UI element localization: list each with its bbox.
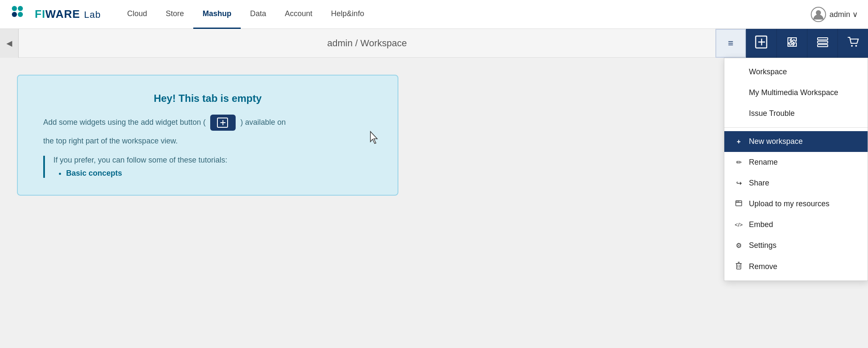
- user-label: admin ∨: [829, 10, 858, 19]
- tutorial-item-basic-concepts[interactable]: Basic concepts: [66, 169, 372, 178]
- share-icon: ↪: [734, 179, 743, 187]
- tutorial-list: Basic concepts: [53, 169, 372, 178]
- user-avatar-icon: [811, 7, 826, 22]
- dropdown-workspace-label: Workspace: [749, 67, 787, 76]
- dropdown-rename-label: Rename: [749, 158, 778, 167]
- rename-icon: ✏: [734, 158, 743, 166]
- nav-links: Cloud Store Mashup Data Account Help&inf…: [118, 0, 811, 29]
- nav-cloud[interactable]: Cloud: [118, 0, 156, 29]
- dropdown-item-upload[interactable]: Upload to my resources: [724, 194, 868, 214]
- workspace-title: admin / Workspace: [19, 38, 715, 49]
- dropdown-actions-section: + New workspace ✏ Rename ↪ Share: [724, 128, 868, 281]
- layers-icon: [816, 36, 829, 51]
- desc-text-1: Add some widgets using the add widget bu…: [43, 118, 206, 126]
- svg-rect-8: [818, 38, 828, 40]
- sidebar-toggle-button[interactable]: ◀: [0, 29, 19, 58]
- logo[interactable]: FIWARE Lab: [10, 4, 101, 25]
- dropdown-item-remove[interactable]: Remove: [724, 256, 868, 277]
- dropdown-item-new-workspace[interactable]: + New workspace: [724, 131, 868, 152]
- workspace-actions: ≡: [715, 29, 868, 58]
- layers-button[interactable]: [807, 29, 837, 58]
- user-button[interactable]: admin ∨: [811, 7, 858, 22]
- add-widget-icon: [755, 35, 768, 51]
- dropdown-item-issue[interactable]: Issue Trouble: [724, 103, 868, 124]
- empty-tab-box: Hey! This tab is empty Add some widgets …: [17, 75, 398, 196]
- dropdown-item-share[interactable]: ↪ Share: [724, 173, 868, 194]
- nav-store[interactable]: Store: [156, 0, 193, 29]
- dropdown-multimedia-label: My Multimedia Workspace: [749, 88, 838, 97]
- dropdown-item-multimedia[interactable]: My Multimedia Workspace: [724, 82, 868, 103]
- dropdown-item-workspace[interactable]: Workspace: [724, 62, 868, 82]
- empty-tab-description-3: the top right part of the workspace view…: [43, 135, 372, 147]
- add-widget-button[interactable]: [746, 29, 776, 58]
- svg-point-2: [12, 12, 17, 17]
- svg-rect-20: [737, 264, 741, 269]
- remove-icon: [734, 262, 743, 271]
- dropdown-workspace-section: Workspace My Multimedia Workspace Issue …: [724, 58, 868, 128]
- add-widget-inline-icon: [210, 115, 236, 131]
- empty-tab-description: Add some widgets using the add widget bu…: [43, 115, 372, 131]
- dropdown-remove-label: Remove: [749, 262, 777, 271]
- menu-button[interactable]: ≡: [715, 29, 746, 58]
- dropdown-settings-label: Settings: [749, 241, 776, 250]
- logo-text: FIWARE Lab: [35, 8, 101, 21]
- tutorial-block: If you prefer, you can follow some of th…: [43, 156, 372, 178]
- svg-point-3: [18, 12, 23, 17]
- svg-point-0: [12, 6, 17, 11]
- cart-icon: [847, 36, 860, 51]
- workspace-bar: ◀ admin / Workspace ≡: [0, 29, 868, 58]
- svg-point-1: [18, 6, 23, 11]
- dropdown-item-embed[interactable]: </> Embed: [724, 214, 868, 235]
- fiware-logo-icon: [10, 4, 31, 25]
- dropdown-share-label: Share: [749, 179, 769, 188]
- dropdown-new-workspace-label: New workspace: [749, 137, 803, 146]
- dropdown-item-settings[interactable]: ⚙ Settings: [724, 235, 868, 256]
- upload-icon: [734, 200, 743, 208]
- main-content: Hey! This tab is empty Add some widgets …: [0, 58, 868, 348]
- nav-right: admin ∨: [811, 7, 858, 22]
- puzzle-button[interactable]: [776, 29, 807, 58]
- workspace-dropdown-menu: Workspace My Multimedia Workspace Issue …: [724, 58, 868, 281]
- top-nav: FIWARE Lab Cloud Store Mashup Data Accou…: [0, 0, 868, 29]
- svg-point-12: [855, 45, 857, 47]
- nav-helpinfo[interactable]: Help&info: [322, 0, 373, 29]
- dropdown-upload-label: Upload to my resources: [749, 199, 829, 208]
- dropdown-embed-label: Embed: [749, 220, 773, 229]
- nav-data[interactable]: Data: [241, 0, 275, 29]
- dropdown-item-rename[interactable]: ✏ Rename: [724, 152, 868, 173]
- menu-icon: ≡: [728, 38, 734, 49]
- new-workspace-icon: +: [734, 138, 743, 146]
- puzzle-icon: [786, 36, 798, 51]
- desc-text-2: ) available on: [240, 118, 286, 126]
- tutorial-intro: If you prefer, you can follow some of th…: [53, 156, 372, 165]
- empty-tab-title: Hey! This tab is empty: [43, 93, 372, 104]
- dropdown-issue-label: Issue Trouble: [749, 109, 795, 118]
- sidebar-toggle-icon: ◀: [6, 39, 12, 48]
- nav-account[interactable]: Account: [275, 0, 322, 29]
- svg-point-11: [851, 45, 853, 47]
- embed-icon: </>: [734, 222, 743, 228]
- svg-rect-10: [818, 45, 828, 47]
- svg-rect-9: [818, 41, 828, 43]
- nav-mashup[interactable]: Mashup: [193, 0, 241, 29]
- settings-icon: ⚙: [734, 241, 743, 250]
- cart-button[interactable]: [837, 29, 868, 58]
